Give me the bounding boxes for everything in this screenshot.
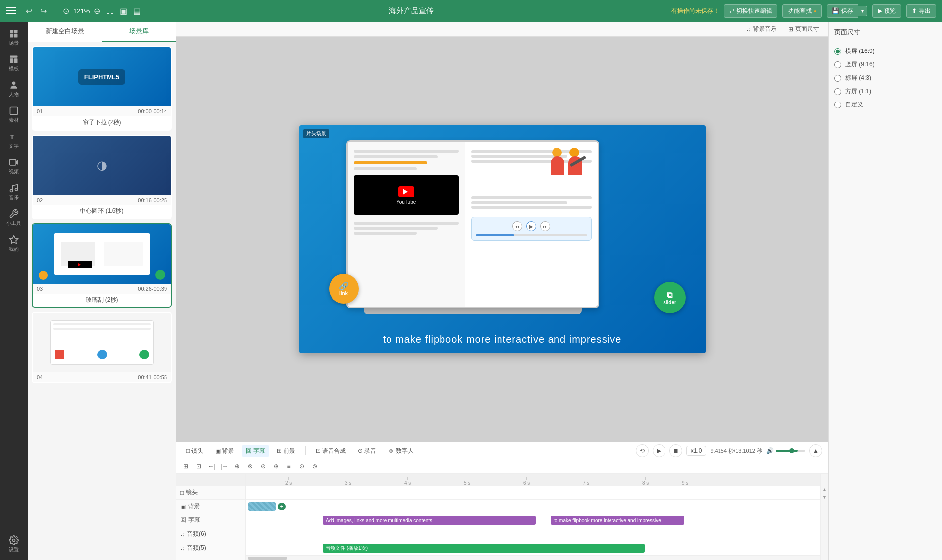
tab-scene-library[interactable]: 场景库: [102, 22, 176, 42]
edit-tool-10[interactable]: ⊙: [296, 461, 307, 472]
zoom-fullscreen-button[interactable]: ⛶: [104, 5, 116, 16]
topbar-right: 有操作尚未保存！ ⇄ 切换快速编辑 功能查找 ● 💾 保存 ▾ ▶ 预览 ⬆ 导…: [671, 4, 936, 18]
tl-voice-synth-button[interactable]: ⊡ 语音合成: [312, 445, 350, 457]
tl-record-button[interactable]: ⊙ 录音: [354, 445, 380, 457]
preview-button[interactable]: ▶ 预览: [872, 4, 901, 18]
sidebar-item-tool-label: 小工具: [6, 220, 21, 227]
edit-tool-3[interactable]: ←|: [206, 461, 217, 472]
slider-badge[interactable]: ⧉ slider: [654, 282, 686, 313]
link-badge[interactable]: 🔗 link: [329, 274, 359, 304]
sidebar-item-tool[interactable]: 小工具: [2, 206, 26, 230]
sidebar-item-mine[interactable]: 我的: [2, 232, 26, 255]
edit-tool-9[interactable]: ≡: [283, 461, 294, 472]
edit-tool-2[interactable]: ⊡: [193, 461, 204, 472]
radio-standard[interactable]: 标屏 (4:3): [834, 74, 936, 82]
tl-scrollbar-thumb[interactable]: [248, 557, 287, 560]
player-rewind-button[interactable]: ⏮: [512, 221, 522, 231]
sidebar-item-video[interactable]: 视频: [2, 154, 26, 178]
playback-restart-button[interactable]: ⟲: [636, 444, 649, 457]
feature-search-button[interactable]: 功能查找 ●: [782, 4, 822, 18]
project-title[interactable]: 海外产品宣传: [155, 6, 667, 16]
radio-standard-input[interactable]: [834, 75, 841, 82]
youtube-embed[interactable]: YouTube: [354, 175, 459, 215]
edit-tool-4[interactable]: |→: [219, 461, 230, 472]
tl-sep1: [305, 446, 306, 455]
radio-square-input[interactable]: [834, 88, 841, 95]
radio-custom-input[interactable]: [834, 102, 841, 108]
youtube-label: YouTube: [396, 199, 416, 204]
player-forward-button[interactable]: ⏭: [540, 221, 550, 231]
switch-edit-button[interactable]: ⇄ 切换快速编辑: [724, 4, 777, 18]
scene-meta-01: 01 00:00-00:14: [33, 106, 171, 116]
sidebar-item-music[interactable]: 音乐: [2, 180, 26, 204]
audio5-track-icon: ♫: [180, 545, 185, 552]
tl-scroll-down[interactable]: ▼: [822, 494, 827, 500]
link-icon: 🔗: [339, 281, 349, 291]
zoom-fit3-button[interactable]: ▤: [131, 5, 143, 17]
radio-square[interactable]: 方屏 (1:1): [834, 87, 936, 96]
tl-scrollbar[interactable]: [246, 555, 820, 560]
tl-clip-subtitle1[interactable]: Add images, links and more multimedia co…: [323, 516, 536, 525]
youtube-play-button[interactable]: [398, 186, 414, 197]
tl-avatar-button[interactable]: ☺ 数字人: [384, 445, 417, 457]
save-button[interactable]: 💾 保存: [827, 4, 858, 18]
scene-item-01[interactable]: FLIPHTML5 01 00:00-00:14 帘子下拉 (2秒): [32, 46, 172, 131]
radio-custom[interactable]: 自定义: [834, 101, 936, 109]
playback-play-button[interactable]: ▶: [653, 444, 665, 457]
zoom-fit-button[interactable]: ⊙: [61, 5, 71, 17]
playback-stop-button[interactable]: ⏹: [669, 444, 682, 457]
undo-button[interactable]: ↩: [24, 5, 34, 17]
volume-knob[interactable]: [789, 448, 794, 453]
edit-tool-6[interactable]: ⊗: [245, 461, 256, 472]
radio-landscape-input[interactable]: [834, 48, 841, 55]
save-dropdown-arrow[interactable]: ▾: [858, 6, 867, 16]
sidebar-item-person[interactable]: 人物: [2, 77, 26, 101]
scene-item-04[interactable]: 04 00:41-00:55: [32, 312, 172, 383]
zoom-level: 121%: [73, 7, 90, 15]
tl-clip-audio5[interactable]: 音频文件 (播放1次): [323, 544, 645, 553]
volume-slider[interactable]: [776, 450, 805, 452]
audio6-track-icon: ♫: [180, 531, 185, 538]
tick-6s: 6 s: [523, 477, 530, 486]
tl-clip-bg[interactable]: [248, 502, 276, 511]
tl-camera-button[interactable]: □ 镜头: [182, 445, 207, 457]
edit-tool-5[interactable]: ⊕: [232, 461, 243, 472]
scene-time-02: 00:16-00:25: [138, 197, 167, 203]
tl-add-bg-button[interactable]: +: [278, 503, 286, 510]
tl-background-button[interactable]: ▣ 背景: [211, 445, 238, 457]
radio-portrait-input[interactable]: [834, 61, 841, 68]
text-line: [354, 150, 459, 153]
tab-new-scene[interactable]: 新建空白场景: [28, 22, 102, 42]
redo-button[interactable]: ↪: [38, 5, 49, 17]
sidebar-item-scene-label: 场景: [9, 40, 19, 47]
scene-item-03[interactable]: 03 00:26-00:39 玻璃刮 (2秒): [32, 223, 172, 308]
radio-landscape[interactable]: 横屏 (16:9): [834, 47, 936, 55]
page-size-button[interactable]: ⊞ 页面尺寸: [785, 24, 822, 34]
edit-tool-1[interactable]: ⊞: [180, 461, 191, 472]
player-play-button[interactable]: ▶: [526, 221, 536, 231]
scene-item-02[interactable]: ◑ 02 00:16-00:25 中心圆环 (1.6秒): [32, 135, 172, 219]
tl-scroll-up[interactable]: ▲: [822, 487, 827, 492]
edit-tool-11[interactable]: ⊚: [309, 461, 320, 472]
menu-button[interactable]: [6, 4, 20, 18]
zoom-fit2-button[interactable]: ▣: [118, 5, 129, 17]
radio-portrait[interactable]: 竖屏 (9:16): [834, 60, 936, 69]
sidebar-item-template[interactable]: 模板: [2, 51, 26, 75]
sidebar-item-settings[interactable]: 设置: [2, 532, 26, 556]
tl-transition-button[interactable]: ⊞ 前景: [273, 445, 299, 457]
expand-button[interactable]: ▲: [809, 444, 822, 457]
export-button[interactable]: ⬆ 导出: [906, 4, 936, 18]
tl-clip-subtitle2[interactable]: to make flipbook more interactive and im…: [551, 516, 684, 525]
scene-time-03: 00:26-00:39: [138, 286, 167, 292]
sidebar-item-text[interactable]: T 文字: [2, 129, 26, 153]
zoom-out-button[interactable]: ⊖: [92, 5, 102, 17]
playback-speed[interactable]: x1.0: [686, 446, 707, 456]
bg-music-button[interactable]: ♫ 背景音乐: [743, 24, 779, 34]
tl-subtitle-button[interactable]: 回 字幕: [242, 445, 269, 457]
sidebar-item-material[interactable]: 素材: [2, 103, 26, 127]
sidebar-item-scene[interactable]: 场景: [2, 26, 26, 50]
subtitle-icon: 回: [246, 447, 252, 455]
slide-laptop: YouTube: [346, 140, 599, 318]
edit-tool-8[interactable]: ⊛: [271, 461, 281, 472]
edit-tool-7[interactable]: ⊘: [258, 461, 269, 472]
